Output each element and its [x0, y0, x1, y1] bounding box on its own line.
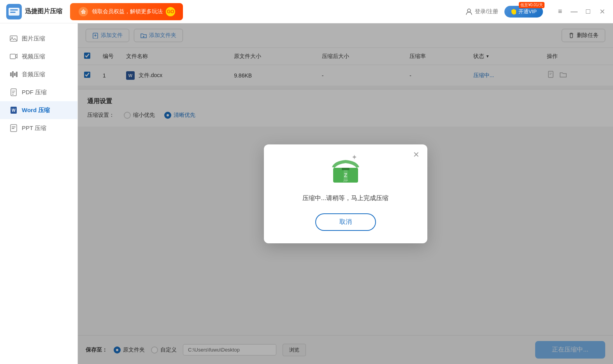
- sidebar-item-video[interactable]: 视频压缩: [0, 47, 77, 65]
- modal-close-button[interactable]: ✕: [413, 151, 420, 158]
- svg-rect-12: [14, 73, 16, 76]
- svg-rect-10: [10, 72, 12, 76]
- menu-button[interactable]: ≡: [555, 7, 565, 16]
- user-icon: [465, 8, 472, 15]
- modal-overlay: ✕ ✦ Z ZIP: [78, 23, 613, 364]
- logo-icon: [6, 4, 22, 19]
- video-icon: [9, 52, 18, 61]
- sidebar-item-ppt-label: PPT 压缩: [22, 125, 46, 132]
- svg-rect-3: [10, 12, 16, 13]
- sidebar-item-pdf[interactable]: PDF 压缩: [0, 83, 77, 101]
- svg-rect-7: [10, 36, 17, 41]
- banner-icon: 会: [78, 6, 89, 17]
- vip-badge: 低至¥0.01/天: [519, 2, 544, 8]
- maximize-button[interactable]: □: [583, 7, 593, 16]
- svg-point-6: [467, 9, 471, 12]
- image-icon: [9, 34, 18, 43]
- audio-icon: [9, 70, 18, 79]
- sidebar-item-audio-label: 音频压缩: [22, 71, 45, 78]
- login-label: 登录/注册: [475, 8, 498, 15]
- sidebar-item-word[interactable]: W Word 压缩: [0, 101, 77, 119]
- minimize-button[interactable]: —: [569, 7, 579, 16]
- sidebar-item-image-label: 图片压缩: [22, 35, 45, 42]
- word-icon: W: [9, 106, 18, 114]
- shield-icon: [511, 9, 517, 15]
- svg-text:ZIP: ZIP: [343, 179, 348, 183]
- sidebar-item-word-label: Word 压缩: [22, 107, 50, 114]
- banner[interactable]: 会 领取会员权益，解锁更多玩法 GO: [70, 3, 183, 20]
- sidebar-item-video-label: 视频压缩: [22, 53, 45, 60]
- zip-animation-icon: Z ZIP: [330, 157, 361, 185]
- svg-text:会: 会: [81, 9, 86, 14]
- modal-dialog: ✕ ✦ Z ZIP: [264, 144, 427, 243]
- sidebar-item-audio[interactable]: 音频压缩: [0, 65, 77, 83]
- window-controls: ≡ — □ ✕: [555, 7, 607, 16]
- sidebar-item-image[interactable]: 图片压缩: [0, 30, 77, 47]
- modal-text: 压缩中...请稍等，马上完成压缩: [302, 194, 388, 202]
- vip-button[interactable]: 低至¥0.01/天 开通VIP: [504, 6, 543, 18]
- app-logo: 迅捷图片压缩: [6, 4, 62, 19]
- main-layout: 图片压缩 视频压缩 音频压缩 PDF 压缩 W W: [0, 23, 613, 364]
- modal-icon-area: ✦ Z ZIP: [330, 157, 361, 186]
- pdf-icon: [9, 88, 18, 97]
- banner-go: GO: [166, 7, 175, 16]
- svg-rect-19: [12, 128, 14, 129]
- ppt-icon: [9, 124, 18, 132]
- content-area: 添加文件 添加文件夹 删除任务 编号: [78, 23, 613, 364]
- svg-rect-11: [12, 71, 14, 77]
- close-button[interactable]: ✕: [597, 7, 607, 16]
- modal-cancel-button[interactable]: 取消: [315, 213, 376, 231]
- banner-text: 领取会员权益，解锁更多玩法: [92, 8, 163, 15]
- svg-rect-9: [10, 54, 16, 59]
- svg-rect-18: [12, 127, 16, 127]
- titlebar-right: 登录/注册 低至¥0.01/天 开通VIP ≡ — □ ✕: [465, 6, 607, 18]
- svg-text:Z: Z: [344, 172, 347, 178]
- sidebar-item-pdf-label: PDF 压缩: [22, 89, 47, 96]
- sidebar: 图片压缩 视频压缩 音频压缩 PDF 压缩 W W: [0, 23, 78, 364]
- login-button[interactable]: 登录/注册: [465, 8, 498, 15]
- sidebar-item-ppt[interactable]: PPT 压缩: [0, 119, 77, 137]
- svg-rect-14: [11, 89, 16, 96]
- svg-text:W: W: [12, 108, 16, 113]
- titlebar: 迅捷图片压缩 会 领取会员权益，解锁更多玩法 GO 登录/注册 低至¥0.01/…: [0, 0, 613, 23]
- vip-label: 开通VIP: [518, 8, 537, 15]
- svg-rect-23: [342, 168, 350, 170]
- svg-rect-2: [10, 9, 18, 11]
- app-title: 迅捷图片压缩: [25, 7, 62, 16]
- svg-rect-13: [16, 72, 18, 77]
